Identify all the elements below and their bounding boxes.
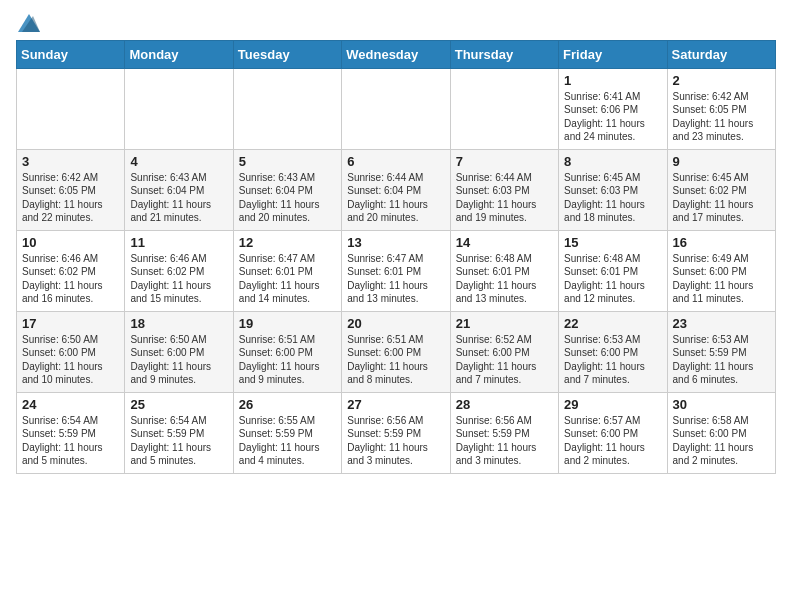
day-number-17: 17 (22, 316, 119, 331)
empty-cell (233, 68, 341, 149)
day-info-5: Sunrise: 6:43 AM Sunset: 6:04 PM Dayligh… (239, 171, 336, 225)
day-cell-6: 6Sunrise: 6:44 AM Sunset: 6:04 PM Daylig… (342, 149, 450, 230)
day-number-3: 3 (22, 154, 119, 169)
day-info-29: Sunrise: 6:57 AM Sunset: 6:00 PM Dayligh… (564, 414, 661, 468)
day-info-7: Sunrise: 6:44 AM Sunset: 6:03 PM Dayligh… (456, 171, 553, 225)
day-info-14: Sunrise: 6:48 AM Sunset: 6:01 PM Dayligh… (456, 252, 553, 306)
day-cell-27: 27Sunrise: 6:56 AM Sunset: 5:59 PM Dayli… (342, 392, 450, 473)
day-cell-19: 19Sunrise: 6:51 AM Sunset: 6:00 PM Dayli… (233, 311, 341, 392)
day-cell-14: 14Sunrise: 6:48 AM Sunset: 6:01 PM Dayli… (450, 230, 558, 311)
day-number-10: 10 (22, 235, 119, 250)
day-cell-3: 3Sunrise: 6:42 AM Sunset: 6:05 PM Daylig… (17, 149, 125, 230)
day-number-26: 26 (239, 397, 336, 412)
day-info-18: Sunrise: 6:50 AM Sunset: 6:00 PM Dayligh… (130, 333, 227, 387)
day-number-18: 18 (130, 316, 227, 331)
weekday-saturday: Saturday (667, 40, 775, 68)
day-number-27: 27 (347, 397, 444, 412)
day-number-16: 16 (673, 235, 770, 250)
day-info-1: Sunrise: 6:41 AM Sunset: 6:06 PM Dayligh… (564, 90, 661, 144)
day-info-24: Sunrise: 6:54 AM Sunset: 5:59 PM Dayligh… (22, 414, 119, 468)
page: SundayMondayTuesdayWednesdayThursdayFrid… (0, 0, 792, 490)
week-row-1: 1Sunrise: 6:41 AM Sunset: 6:06 PM Daylig… (17, 68, 776, 149)
day-cell-30: 30Sunrise: 6:58 AM Sunset: 6:00 PM Dayli… (667, 392, 775, 473)
day-number-9: 9 (673, 154, 770, 169)
day-info-16: Sunrise: 6:49 AM Sunset: 6:00 PM Dayligh… (673, 252, 770, 306)
day-number-25: 25 (130, 397, 227, 412)
day-cell-9: 9Sunrise: 6:45 AM Sunset: 6:02 PM Daylig… (667, 149, 775, 230)
week-row-4: 17Sunrise: 6:50 AM Sunset: 6:00 PM Dayli… (17, 311, 776, 392)
day-number-19: 19 (239, 316, 336, 331)
day-cell-22: 22Sunrise: 6:53 AM Sunset: 6:00 PM Dayli… (559, 311, 667, 392)
day-info-2: Sunrise: 6:42 AM Sunset: 6:05 PM Dayligh… (673, 90, 770, 144)
day-number-20: 20 (347, 316, 444, 331)
day-number-21: 21 (456, 316, 553, 331)
day-info-23: Sunrise: 6:53 AM Sunset: 5:59 PM Dayligh… (673, 333, 770, 387)
day-info-15: Sunrise: 6:48 AM Sunset: 6:01 PM Dayligh… (564, 252, 661, 306)
day-info-6: Sunrise: 6:44 AM Sunset: 6:04 PM Dayligh… (347, 171, 444, 225)
week-row-2: 3Sunrise: 6:42 AM Sunset: 6:05 PM Daylig… (17, 149, 776, 230)
day-info-22: Sunrise: 6:53 AM Sunset: 6:00 PM Dayligh… (564, 333, 661, 387)
day-number-23: 23 (673, 316, 770, 331)
day-info-30: Sunrise: 6:58 AM Sunset: 6:00 PM Dayligh… (673, 414, 770, 468)
day-cell-11: 11Sunrise: 6:46 AM Sunset: 6:02 PM Dayli… (125, 230, 233, 311)
day-cell-5: 5Sunrise: 6:43 AM Sunset: 6:04 PM Daylig… (233, 149, 341, 230)
day-cell-15: 15Sunrise: 6:48 AM Sunset: 6:01 PM Dayli… (559, 230, 667, 311)
weekday-sunday: Sunday (17, 40, 125, 68)
weekday-tuesday: Tuesday (233, 40, 341, 68)
day-cell-20: 20Sunrise: 6:51 AM Sunset: 6:00 PM Dayli… (342, 311, 450, 392)
day-number-24: 24 (22, 397, 119, 412)
empty-cell (342, 68, 450, 149)
day-cell-28: 28Sunrise: 6:56 AM Sunset: 5:59 PM Dayli… (450, 392, 558, 473)
day-cell-25: 25Sunrise: 6:54 AM Sunset: 5:59 PM Dayli… (125, 392, 233, 473)
day-number-2: 2 (673, 73, 770, 88)
day-info-4: Sunrise: 6:43 AM Sunset: 6:04 PM Dayligh… (130, 171, 227, 225)
day-info-25: Sunrise: 6:54 AM Sunset: 5:59 PM Dayligh… (130, 414, 227, 468)
day-cell-2: 2Sunrise: 6:42 AM Sunset: 6:05 PM Daylig… (667, 68, 775, 149)
day-number-7: 7 (456, 154, 553, 169)
weekday-thursday: Thursday (450, 40, 558, 68)
day-cell-8: 8Sunrise: 6:45 AM Sunset: 6:03 PM Daylig… (559, 149, 667, 230)
day-cell-16: 16Sunrise: 6:49 AM Sunset: 6:00 PM Dayli… (667, 230, 775, 311)
day-info-19: Sunrise: 6:51 AM Sunset: 6:00 PM Dayligh… (239, 333, 336, 387)
day-info-21: Sunrise: 6:52 AM Sunset: 6:00 PM Dayligh… (456, 333, 553, 387)
day-cell-12: 12Sunrise: 6:47 AM Sunset: 6:01 PM Dayli… (233, 230, 341, 311)
day-info-11: Sunrise: 6:46 AM Sunset: 6:02 PM Dayligh… (130, 252, 227, 306)
day-number-1: 1 (564, 73, 661, 88)
day-info-13: Sunrise: 6:47 AM Sunset: 6:01 PM Dayligh… (347, 252, 444, 306)
day-number-28: 28 (456, 397, 553, 412)
day-info-3: Sunrise: 6:42 AM Sunset: 6:05 PM Dayligh… (22, 171, 119, 225)
day-cell-26: 26Sunrise: 6:55 AM Sunset: 5:59 PM Dayli… (233, 392, 341, 473)
day-number-5: 5 (239, 154, 336, 169)
empty-cell (17, 68, 125, 149)
day-info-28: Sunrise: 6:56 AM Sunset: 5:59 PM Dayligh… (456, 414, 553, 468)
weekday-wednesday: Wednesday (342, 40, 450, 68)
logo (16, 14, 40, 34)
day-info-12: Sunrise: 6:47 AM Sunset: 6:01 PM Dayligh… (239, 252, 336, 306)
day-info-10: Sunrise: 6:46 AM Sunset: 6:02 PM Dayligh… (22, 252, 119, 306)
day-info-26: Sunrise: 6:55 AM Sunset: 5:59 PM Dayligh… (239, 414, 336, 468)
day-info-9: Sunrise: 6:45 AM Sunset: 6:02 PM Dayligh… (673, 171, 770, 225)
day-number-22: 22 (564, 316, 661, 331)
day-info-8: Sunrise: 6:45 AM Sunset: 6:03 PM Dayligh… (564, 171, 661, 225)
day-number-15: 15 (564, 235, 661, 250)
day-number-6: 6 (347, 154, 444, 169)
day-cell-29: 29Sunrise: 6:57 AM Sunset: 6:00 PM Dayli… (559, 392, 667, 473)
day-cell-23: 23Sunrise: 6:53 AM Sunset: 5:59 PM Dayli… (667, 311, 775, 392)
day-number-4: 4 (130, 154, 227, 169)
logo-icon (18, 14, 40, 32)
header (16, 10, 776, 34)
day-cell-10: 10Sunrise: 6:46 AM Sunset: 6:02 PM Dayli… (17, 230, 125, 311)
empty-cell (450, 68, 558, 149)
day-cell-7: 7Sunrise: 6:44 AM Sunset: 6:03 PM Daylig… (450, 149, 558, 230)
weekday-header-row: SundayMondayTuesdayWednesdayThursdayFrid… (17, 40, 776, 68)
day-info-27: Sunrise: 6:56 AM Sunset: 5:59 PM Dayligh… (347, 414, 444, 468)
day-info-20: Sunrise: 6:51 AM Sunset: 6:00 PM Dayligh… (347, 333, 444, 387)
day-number-11: 11 (130, 235, 227, 250)
day-cell-24: 24Sunrise: 6:54 AM Sunset: 5:59 PM Dayli… (17, 392, 125, 473)
weekday-monday: Monday (125, 40, 233, 68)
day-number-13: 13 (347, 235, 444, 250)
day-cell-18: 18Sunrise: 6:50 AM Sunset: 6:00 PM Dayli… (125, 311, 233, 392)
day-cell-13: 13Sunrise: 6:47 AM Sunset: 6:01 PM Dayli… (342, 230, 450, 311)
day-number-30: 30 (673, 397, 770, 412)
weekday-friday: Friday (559, 40, 667, 68)
